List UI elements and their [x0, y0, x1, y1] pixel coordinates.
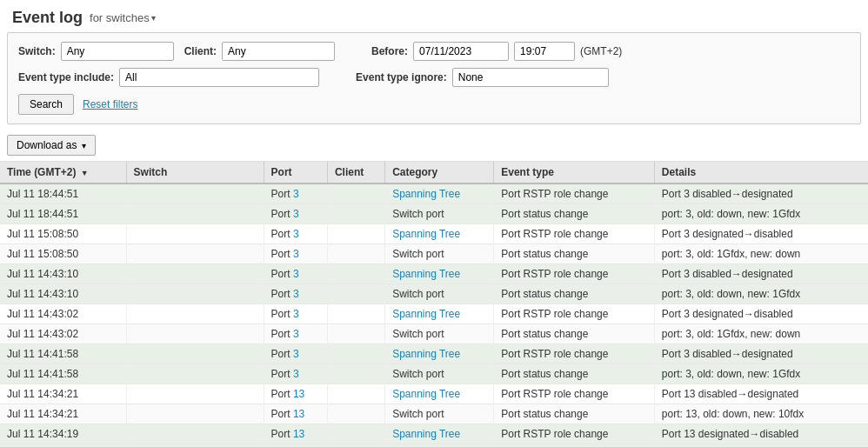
port-link[interactable]: 3: [293, 248, 299, 260]
event-log-table: Time (GMT+2) ▼ Switch Port Client Catego…: [0, 162, 868, 447]
search-button[interactable]: Search: [18, 94, 74, 115]
cell-port[interactable]: Port 13: [264, 404, 327, 424]
cell-client: [327, 284, 384, 304]
cell-port[interactable]: Port 3: [264, 364, 327, 384]
col-event-type: Event type: [494, 162, 655, 183]
cell-details: Port 13 designated→disabled: [654, 424, 868, 444]
client-input[interactable]: [222, 42, 335, 61]
port-link[interactable]: 3: [293, 208, 299, 220]
port-link[interactable]: 3: [293, 348, 299, 360]
cell-switch: [126, 224, 264, 244]
download-as-button[interactable]: Download as ▾: [7, 135, 96, 156]
col-time[interactable]: Time (GMT+2) ▼: [0, 162, 126, 183]
cell-port[interactable]: Port 3: [264, 244, 327, 264]
port-link[interactable]: 13: [293, 388, 304, 400]
cell-event-type: Port RSTP role change: [494, 183, 655, 204]
before-date-input[interactable]: [413, 42, 509, 61]
port-link[interactable]: 3: [293, 228, 299, 240]
port-link[interactable]: 13: [293, 408, 304, 420]
cell-event-type: Port RSTP role change: [494, 304, 655, 324]
cell-port[interactable]: Port 13: [264, 384, 327, 404]
cell-time: Jul 11 14:34:21: [0, 384, 126, 404]
cell-port[interactable]: Port 3: [264, 264, 327, 284]
cell-event-type: Port RSTP role change: [494, 264, 655, 284]
cell-details: Port 3 disabled→designated: [654, 344, 868, 364]
reset-filters-button[interactable]: Reset filters: [83, 98, 137, 110]
event-type-include-label: Event type include:: [18, 71, 114, 83]
cell-time: Jul 11 14:34:19: [0, 424, 126, 444]
table-row: Jul 11 15:08:50Port 3Spanning TreePort R…: [0, 224, 868, 244]
cell-event-type: Port status change: [494, 284, 655, 304]
cell-port[interactable]: Port 3: [264, 304, 327, 324]
cell-details: port: 3, old: down, new: 1Gfdx: [654, 204, 868, 224]
cell-details: Port 3 disabled→designated: [654, 264, 868, 284]
timezone-label: (GMT+2): [580, 45, 622, 57]
filter-row-2: Event type include: Event type ignore:: [18, 68, 850, 87]
port-link[interactable]: 3: [293, 288, 299, 300]
port-link[interactable]: 3: [293, 268, 299, 280]
cell-time: Jul 11 14:41:58: [0, 364, 126, 384]
cell-port[interactable]: Port 3: [264, 204, 327, 224]
cell-details: port: 3, old: down, new: 1Gfdx: [654, 364, 868, 384]
client-filter-group: Client:: [184, 42, 335, 61]
port-link[interactable]: 3: [293, 328, 299, 340]
cell-port[interactable]: Port 3: [264, 344, 327, 364]
port-link[interactable]: 3: [293, 188, 299, 200]
for-switches-label: for switches: [90, 11, 150, 24]
event-type-ignore-label: Event type ignore:: [356, 71, 447, 83]
cell-port[interactable]: Port 3: [264, 183, 327, 204]
table-row: Jul 11 14:34:21Port 13Switch portPort st…: [0, 404, 868, 424]
cell-port[interactable]: Port 3: [264, 224, 327, 244]
cell-switch: [126, 404, 264, 424]
cell-switch: [126, 364, 264, 384]
cell-switch: [126, 264, 264, 284]
cell-port[interactable]: Port 13: [264, 444, 327, 448]
cell-details: Port 3 disabled→designated: [654, 183, 868, 204]
table-row: Jul 11 14:43:02Port 3Switch portPort sta…: [0, 324, 868, 344]
col-port: Port: [264, 162, 327, 183]
port-link[interactable]: 3: [293, 368, 299, 380]
cell-category: Switch port: [385, 284, 494, 304]
cell-details: port: 13, old: down, new: 10fdx: [654, 404, 868, 424]
filter-bar: Switch: Client: Before: (GMT+2) Event ty…: [7, 32, 861, 124]
port-link[interactable]: 13: [293, 428, 304, 440]
port-link[interactable]: 3: [293, 308, 299, 320]
cell-port[interactable]: Port 13: [264, 424, 327, 444]
table-row: Jul 11 18:44:51Port 3Spanning TreePort R…: [0, 183, 868, 204]
table-row: Jul 11 14:34:19Port 13Spanning TreePort …: [0, 424, 868, 444]
before-filter-group: Before: (GMT+2): [371, 42, 622, 61]
switch-input[interactable]: [61, 42, 174, 61]
before-label: Before:: [371, 45, 408, 57]
event-type-include-input[interactable]: [119, 68, 319, 87]
chevron-down-icon: ▾: [151, 13, 156, 23]
cell-port[interactable]: Port 3: [264, 284, 327, 304]
event-type-ignore-group: Event type ignore:: [356, 68, 609, 87]
cell-event-type: Port status change: [494, 324, 655, 344]
table-wrap: Time (GMT+2) ▼ Switch Port Client Catego…: [0, 162, 868, 447]
table-row: Jul 11 14:34:19Port 13Switch portPort st…: [0, 444, 868, 448]
cell-client: [327, 244, 384, 264]
event-type-include-group: Event type include:: [18, 68, 319, 87]
event-type-ignore-input[interactable]: [452, 68, 609, 87]
cell-details: Port 3 designated→disabled: [654, 304, 868, 324]
cell-details: port: 3, old: down, new: 1Gfdx: [654, 284, 868, 304]
cell-event-type: Port status change: [494, 444, 655, 448]
col-client: Client: [327, 162, 384, 183]
cell-category: Switch port: [385, 364, 494, 384]
cell-client: [327, 424, 384, 444]
cell-client: [327, 344, 384, 364]
table-row: Jul 11 14:41:58Port 3Spanning TreePort R…: [0, 344, 868, 364]
cell-category: Spanning Tree: [385, 183, 494, 204]
cell-category: Switch port: [385, 244, 494, 264]
for-switches-dropdown[interactable]: for switches ▾: [90, 11, 156, 24]
toolbar: Download as ▾: [0, 131, 868, 162]
cell-category: Switch port: [385, 444, 494, 448]
sort-icon: ▼: [81, 169, 89, 177]
cell-time: Jul 11 14:41:58: [0, 344, 126, 364]
cell-client: [327, 364, 384, 384]
cell-event-type: Port RSTP role change: [494, 384, 655, 404]
cell-port[interactable]: Port 3: [264, 324, 327, 344]
filter-row-3: Search Reset filters: [18, 94, 850, 115]
before-time-input[interactable]: [514, 42, 575, 61]
page-title: Event log: [12, 9, 83, 27]
